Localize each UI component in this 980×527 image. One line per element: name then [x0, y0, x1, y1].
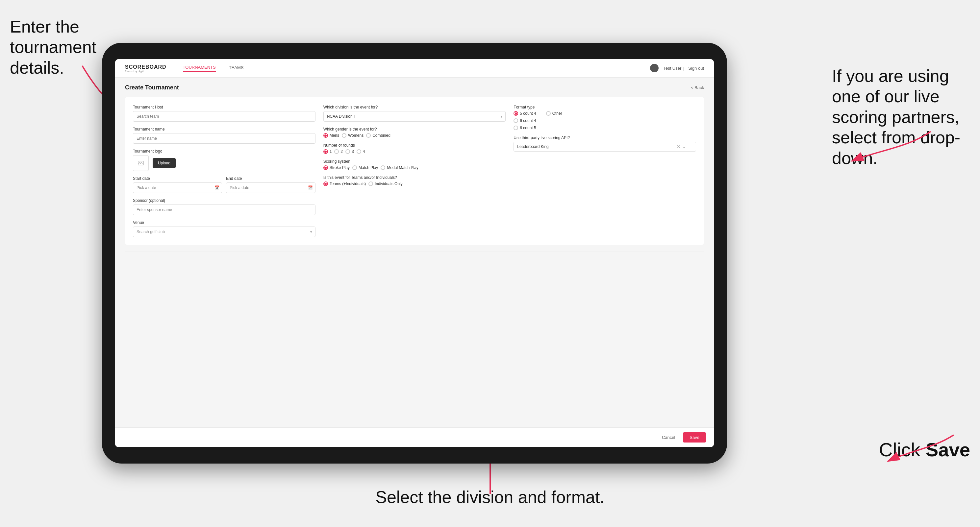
gender-combined-radio[interactable] [366, 133, 371, 138]
start-date-wrapper: 📅 [133, 183, 222, 193]
scoring-match[interactable]: Match Play [352, 165, 378, 170]
scoring-match-radio[interactable] [352, 165, 357, 170]
format-5count4-radio[interactable] [514, 111, 518, 116]
rounds-3-radio[interactable] [345, 149, 350, 154]
tournament-logo-label: Tournament logo [133, 149, 315, 154]
individuals-radio[interactable] [368, 181, 373, 186]
tournament-name-input[interactable] [133, 133, 315, 144]
gender-combined[interactable]: Combined [366, 133, 390, 138]
format-other[interactable]: Other [546, 111, 562, 116]
scoring-group: Scoring system Stroke Play Match Play [323, 159, 506, 170]
third-party-label: Use third-party live scoring API? [514, 135, 696, 140]
calendar-icon-end: 📅 [308, 186, 313, 190]
section-divider [125, 251, 704, 252]
third-party-clear-icon[interactable]: ✕ ⌄ [677, 144, 686, 149]
division-label: Which division is the event for? [323, 105, 506, 110]
tournament-logo-group: Tournament logo Upload [133, 149, 315, 171]
rounds-label: Number of rounds [323, 143, 506, 148]
rounds-1[interactable]: 1 [323, 149, 332, 154]
logo-sub: Powered by clippit [125, 70, 167, 72]
division-group: Which division is the event for? NCAA Di… [323, 105, 506, 122]
back-link[interactable]: < Back [691, 85, 704, 90]
tournament-host-input[interactable] [133, 111, 315, 122]
form-columns: Tournament Host Tournament name Tourname… [125, 97, 704, 245]
annotation-bottom-right: Click Save [879, 438, 970, 461]
venue-group: Venue Search golf club ▼ [133, 220, 315, 237]
upload-button[interactable]: Upload [153, 158, 176, 168]
format-6count4[interactable]: 6 count 4 [514, 118, 536, 123]
rounds-2[interactable]: 2 [334, 149, 343, 154]
rounds-1-radio[interactable] [323, 149, 328, 154]
calendar-icon-start: 📅 [215, 186, 220, 190]
start-date-label: Start date [133, 176, 222, 181]
division-select[interactable]: NCAA Division I [323, 111, 506, 122]
end-date-input[interactable] [226, 183, 315, 193]
tournament-name-label: Tournament name [133, 127, 315, 132]
third-party-value: Leaderboard King [517, 144, 548, 149]
scoring-medal-label: Medal Match Play [387, 165, 418, 170]
logo-text: SCOREBOARD [125, 64, 167, 70]
rounds-2-radio[interactable] [334, 149, 339, 154]
nav-teams[interactable]: TEAMS [229, 65, 244, 71]
rounds-4-radio[interactable] [356, 149, 361, 154]
rounds-3[interactable]: 3 [345, 149, 354, 154]
gender-womens[interactable]: Womens [342, 133, 364, 138]
scoring-radio-row: Stroke Play Match Play Medal Match Play [323, 165, 506, 170]
end-date-group: End date 📅 [226, 176, 315, 193]
sign-out-link[interactable]: Sign out [688, 66, 704, 71]
format-6count4-label: 6 count 4 [520, 118, 536, 123]
logo-placeholder [133, 155, 149, 171]
scoring-stroke-label: Stroke Play [329, 165, 350, 170]
format-col-right: Other [546, 111, 562, 130]
gender-combined-label: Combined [372, 133, 390, 138]
rounds-4[interactable]: 4 [356, 149, 365, 154]
format-type-group: Format type 5 count 4 6 count 4 [514, 105, 696, 130]
start-date-input[interactable] [133, 183, 222, 193]
gender-mens[interactable]: Mens [323, 133, 339, 138]
format-type-grid: 5 count 4 6 count 4 6 count 5 [514, 111, 696, 130]
teams-radio[interactable] [323, 181, 328, 186]
teams-label-text: Teams (+Individuals) [329, 181, 366, 186]
rounds-radio-row: 1 2 3 4 [323, 149, 506, 154]
teams-group: Is this event for Teams and/or Individua… [323, 175, 506, 186]
gender-group: Which gender is the event for? Mens Wome… [323, 127, 506, 138]
logo-upload-area: Upload [133, 155, 315, 171]
scoring-label: Scoring system [323, 159, 506, 164]
scoring-medal[interactable]: Medal Match Play [380, 165, 418, 170]
format-col-left: 5 count 4 6 count 4 6 count 5 [514, 111, 536, 130]
format-6count4-radio[interactable] [514, 118, 518, 123]
format-6count5-radio[interactable] [514, 125, 518, 130]
individuals-only[interactable]: Individuals Only [368, 181, 402, 186]
gender-mens-radio[interactable] [323, 133, 328, 138]
scoring-stroke[interactable]: Stroke Play [323, 165, 350, 170]
format-other-radio[interactable] [546, 111, 551, 116]
teams-label: Is this event for Teams and/or Individua… [323, 175, 506, 180]
teams-radio-row: Teams (+Individuals) Individuals Only [323, 181, 506, 186]
tournament-name-group: Tournament name [133, 127, 315, 144]
sponsor-input[interactable] [133, 205, 315, 215]
page-title: Create Tournament [125, 84, 179, 91]
tournament-host-label: Tournament Host [133, 105, 315, 110]
end-date-wrapper: 📅 [226, 183, 315, 193]
scoring-stroke-radio[interactable] [323, 165, 328, 170]
annotation-top-left: Enter the tournament details. [10, 16, 115, 78]
gender-womens-radio[interactable] [342, 133, 347, 138]
save-button[interactable]: Save [683, 432, 706, 443]
gender-radio-row: Mens Womens Combined [323, 133, 506, 138]
format-type-label: Format type [514, 105, 696, 110]
format-other-label: Other [552, 111, 562, 116]
format-6count5-label: 6 count 5 [520, 125, 536, 130]
nav-tournaments[interactable]: TOURNAMENTS [183, 65, 216, 71]
page-header: Create Tournament < Back [125, 84, 704, 91]
form-footer: Cancel Save [115, 427, 714, 447]
venue-label: Venue [133, 220, 315, 225]
format-6count5[interactable]: 6 count 5 [514, 125, 536, 130]
date-row: Start date 📅 End date 📅 [133, 176, 315, 193]
venue-select[interactable]: Search golf club [133, 227, 315, 237]
scoring-medal-radio[interactable] [380, 165, 385, 170]
teams-plus-individuals[interactable]: Teams (+Individuals) [323, 181, 366, 186]
user-name: Test User | [663, 66, 684, 71]
cancel-button[interactable]: Cancel [658, 433, 679, 442]
format-5count4[interactable]: 5 count 4 [514, 111, 536, 116]
third-party-input[interactable]: Leaderboard King ✕ ⌄ [514, 142, 696, 152]
